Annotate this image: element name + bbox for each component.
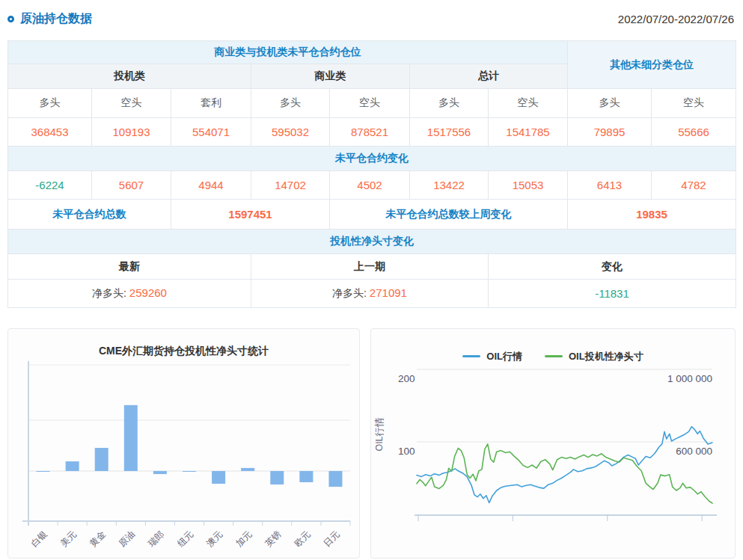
totals-row: 未平仓合约总数 1597451 未平仓合约总数较上周变化 19835 (8, 200, 736, 230)
page-title-text: 原油持仓数据 (20, 11, 92, 27)
total-value: 1597451 (171, 200, 330, 230)
weekly-change-value: 19835 (568, 200, 736, 230)
svg-text:日元: 日元 (321, 529, 341, 549)
change-section-header-row: 未平仓合约变化 (8, 147, 736, 171)
weekly-change-label: 未平仓合约总数较上周变化 (330, 200, 568, 230)
svg-text:澳元: 澳元 (204, 529, 224, 549)
svg-text:瑞郎: 瑞郎 (146, 529, 166, 549)
oil-net-legend-dash-icon (545, 355, 563, 357)
net-col-latest: 最新 (8, 254, 251, 280)
change-value: 5607 (92, 171, 171, 200)
col-header: 多头 (8, 89, 92, 118)
group-header-main: 商业类与投机类未平仓合约仓位 (8, 41, 568, 64)
page-header: 原油持仓数据 2022/07/20-2022/07/26 (7, 7, 734, 30)
net-col-previous: 上一期 (251, 254, 489, 280)
col-header: 空头 (330, 89, 410, 118)
fx-bar-chart-card: CME外汇期货持仓投机性净头寸统计 白银美元黄金原油瑞郎纽元澳元加元英镑欧元日元 (7, 328, 360, 559)
subgroup-commercial: 商业类 (251, 64, 410, 89)
net-previous-cell: 净多头: 271091 (251, 280, 489, 308)
net-section-header: 投机性净头寸变化 (8, 230, 736, 254)
positions-table: 商业类与投机类未平仓合约仓位 其他未细分类仓位 投机类 商业类 总计 多头 空头… (7, 40, 736, 308)
position-value: 79895 (568, 118, 652, 147)
svg-text:纽元: 纽元 (174, 529, 195, 550)
net-change-value: -11831 (489, 280, 736, 308)
circle-icon (7, 16, 14, 22)
subgroup-speculative: 投机类 (8, 64, 251, 89)
net-previous-label: 净多头: (332, 287, 367, 299)
total-label: 未平仓合约总数 (8, 200, 171, 230)
col-header: 多头 (568, 89, 652, 118)
page-title: 原油持仓数据 (7, 11, 92, 27)
legend-item-oil-net-position: OIL投机性净头寸 (545, 350, 643, 363)
position-value: 109193 (92, 118, 171, 147)
subgroup-total: 总计 (410, 64, 568, 89)
net-values-row: 净多头: 259260 净多头: 271091 -11831 (8, 280, 736, 308)
changes-row: -6224 5607 4944 14702 4502 13422 15053 6… (8, 171, 736, 200)
change-value: 6413 (568, 171, 652, 200)
change-value: 4502 (330, 171, 410, 200)
oil-line-chart: 2001001 000 000600 000OIL行情 (371, 363, 735, 553)
fx-net-position-bar-chart: 白银美元黄金原油瑞郎纽元澳元加元英镑欧元日元 (12, 357, 356, 555)
oil-line-chart-card: OIL行情 OIL投机性净头寸 2001001 000 000600 000OI… (370, 328, 736, 559)
charts-section: CME外汇期货持仓投机性净头寸统计 白银美元黄金原油瑞郎纽元澳元加元英镑欧元日元… (7, 328, 736, 559)
position-value: 595032 (251, 118, 330, 147)
change-value: 14702 (251, 171, 330, 200)
svg-text:200: 200 (398, 373, 415, 384)
svg-text:1 000 000: 1 000 000 (667, 373, 712, 384)
net-section-header-row: 投机性净头寸变化 (8, 230, 736, 254)
position-value: 55666 (652, 118, 736, 147)
col-header: 空头 (489, 89, 568, 118)
svg-text:美元: 美元 (58, 529, 78, 549)
svg-text:OIL行情: OIL行情 (374, 417, 385, 452)
svg-text:100: 100 (398, 446, 415, 457)
svg-text:黄金: 黄金 (87, 529, 107, 549)
column-header-row: 多头 空头 套利 多头 空头 多头 空头 多头 空头 (8, 89, 736, 118)
net-latest-cell: 净多头: 259260 (8, 280, 251, 308)
net-latest-value: 259260 (129, 286, 167, 299)
change-value: 15053 (489, 171, 568, 200)
position-value: 554071 (171, 118, 251, 147)
svg-text:原油: 原油 (117, 529, 137, 549)
positions-row: 368453 109193 554071 595032 878521 15175… (8, 118, 736, 147)
col-header: 空头 (92, 89, 171, 118)
oil-net-legend-label: OIL投机性净头寸 (569, 350, 643, 363)
position-value: 368453 (8, 118, 92, 147)
svg-text:欧元: 欧元 (292, 529, 312, 549)
col-header: 多头 (251, 89, 330, 118)
col-header: 套利 (171, 89, 251, 118)
svg-text:英镑: 英镑 (263, 529, 283, 549)
line-chart-legend: OIL行情 OIL投机性净头寸 (371, 329, 735, 363)
net-latest-label: 净多头: (92, 287, 126, 299)
net-columns-row: 最新 上一期 变化 (8, 254, 736, 280)
position-value: 1517556 (410, 118, 489, 147)
oil-price-legend-label: OIL行情 (486, 350, 522, 363)
position-value: 1541785 (489, 118, 568, 147)
legend-item-oil-price: OIL行情 (462, 350, 522, 363)
svg-text:600 000: 600 000 (676, 446, 712, 457)
bar-chart-title: CME外汇期货持仓投机性净头寸统计 (8, 329, 359, 357)
change-value: 13422 (410, 171, 489, 200)
change-value: 4944 (171, 171, 251, 200)
svg-text:加元: 加元 (233, 529, 254, 549)
date-range: 2022/07/20-2022/07/26 (618, 13, 734, 25)
position-value: 878521 (330, 118, 410, 147)
net-previous-value: 271091 (370, 286, 407, 299)
change-section-header: 未平仓合约变化 (8, 147, 736, 171)
change-value: -6224 (8, 171, 92, 200)
group-header-row: 商业类与投机类未平仓合约仓位 其他未细分类仓位 (8, 41, 736, 64)
change-value: 4782 (652, 171, 736, 200)
svg-text:白银: 白银 (28, 529, 49, 549)
oil-price-legend-dash-icon (462, 355, 480, 357)
col-header: 多头 (410, 89, 489, 118)
net-col-change: 变化 (489, 254, 736, 280)
col-header: 空头 (652, 89, 736, 118)
group-header-other: 其他未细分类仓位 (568, 41, 736, 89)
